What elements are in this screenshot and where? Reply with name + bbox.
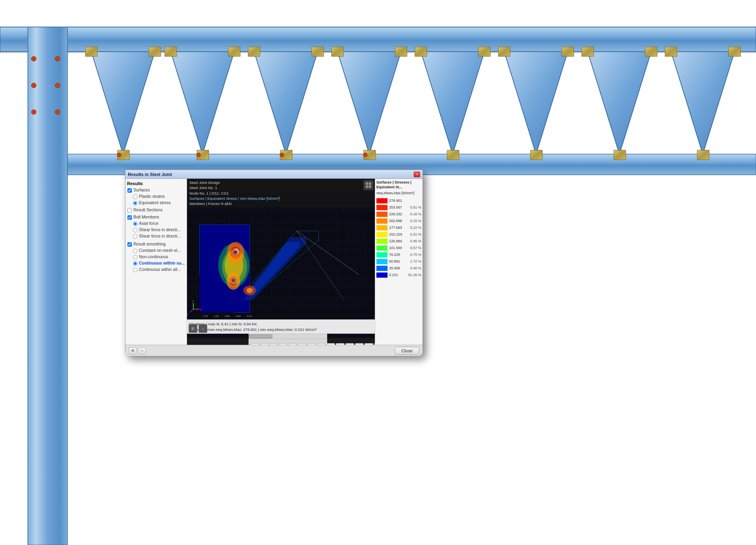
close-button[interactable]: Close [395,347,419,355]
surfaces-item[interactable]: Surfaces [127,187,185,193]
svg-point-43 [55,56,60,61]
vp-header-line5: Members | Forces N &kN [189,201,372,206]
continuous-within-su-radio[interactable] [133,261,137,266]
legend-row-3: 202.898 0.15 % [376,218,421,224]
svg-marker-7 [338,52,401,154]
result-smoothing-checkbox[interactable] [127,242,132,247]
svg-rect-26 [665,47,677,56]
status-line1: Members | max N: 6.41 | min N: 0.94 kN [189,321,372,327]
svg-point-36 [117,153,121,157]
svg-rect-2 [28,27,68,545]
surfaces-checkbox[interactable] [127,188,132,193]
bolt-members-item[interactable]: Bolt Members [127,215,185,220]
legend-row-7: 101.560 0.57 % [376,245,421,251]
svg-rect-35 [697,150,709,160]
bl-icon-1[interactable]: ⊞ [189,324,197,333]
plastic-strains-radio[interactable] [133,195,137,199]
svg-rect-114 [369,186,371,188]
legend-title: Surfaces | Stresses | Equivalent St... [376,180,421,189]
non-continuous-item[interactable]: Non-continuous [133,254,185,260]
equivalent-stress-label: Equivalent stress [139,200,171,206]
bolt-members-label: Bolt Members [133,215,159,220]
fem-canvas: X Y Z -1.74 -1.34 -0.94 -0.54 -0.14 [187,193,375,338]
status-line2: Surfaces | max σeq,Mises,Max: 278.901 | … [189,327,372,332]
shear-force2-radio[interactable] [133,234,137,239]
continuous-within-su-label: Continuous within su... [139,261,185,266]
svg-point-41 [31,83,36,88]
legend-pct-1: 0.01 % [406,205,421,209]
svg-rect-14 [165,47,177,56]
legend-subtitle: σeq,Mises,Max [N/mm²] [376,191,421,196]
svg-marker-11 [671,52,735,154]
svg-text:-1.34: -1.34 [214,315,219,317]
legend-row-6: 126.894 0.45 % [376,238,421,244]
bl-icon-2[interactable]: ⌂ [199,324,207,333]
shear-force1-label: Shear force in directi... [139,227,181,233]
results-title: Results [127,181,185,186]
svg-marker-8 [421,52,484,154]
plastic-strains-label: Plastic strains [139,194,165,199]
svg-rect-13 [149,47,161,56]
result-sections-checkbox[interactable] [127,208,132,213]
equivalent-stress-item[interactable]: Equivalent stress [133,200,185,206]
bottom-icon-1[interactable]: ⊞ [129,347,137,354]
continuous-within-all-item[interactable]: Continuous within all... [133,267,185,272]
legend-pct-8: 0.75 % [406,253,421,257]
legend-row-2: 228.232 0.16 % [376,211,421,217]
legend-color-10 [376,266,388,271]
svg-point-95 [233,250,237,254]
equivalent-stress-radio[interactable] [133,201,137,205]
svg-marker-6 [254,52,318,154]
scrollbar-thumb[interactable] [249,334,272,338]
result-sections-item[interactable]: Result Sections [127,207,185,213]
legend-color-9 [376,259,388,264]
bolt-members-children: Axial force Shear force in directi... Sh… [133,221,185,239]
svg-rect-23 [562,47,574,56]
legend-pct-10: 4.40 % [406,266,421,270]
viewport-grid-icon[interactable] [364,180,373,190]
legend-color-2 [376,212,388,217]
svg-rect-16 [248,47,260,56]
shear-force1-radio[interactable] [133,228,137,232]
legend-value-11: 0.221 [389,273,406,277]
svg-marker-4 [91,52,155,154]
scrollbar-horizontal[interactable] [249,334,327,338]
svg-rect-18 [332,47,343,56]
svg-rect-24 [582,47,594,56]
svg-rect-27 [729,47,741,56]
legend-value-9: 50.891 [389,259,406,263]
continuous-within-su-item[interactable]: Continuous within su... [133,261,185,266]
continuous-within-all-radio[interactable] [133,268,137,272]
dialog-close-button[interactable]: × [414,172,420,177]
non-continuous-radio[interactable] [133,255,137,259]
svg-text:Z: Z [187,313,189,315]
results-panel: Results Surfaces Plastic strains Equival… [125,179,187,356]
non-continuous-label: Non-continuous [139,254,168,260]
legend-row-8: 76.225 0.75 % [376,251,421,258]
legend-value-2: 228.232 [389,212,406,216]
legend-value-8: 76.225 [389,253,406,257]
legend-pct-3: 0.15 % [406,219,421,223]
axial-force-radio[interactable] [133,222,137,226]
vp-header-line3: Node No. 1 | DS1: CO1 [189,191,372,196]
legend-pct-9: 1.72 % [406,259,421,263]
legend-color-0 [376,198,388,203]
svg-rect-33 [530,150,542,160]
legend-value-6: 126.894 [389,239,406,243]
constant-on-mesh-item[interactable]: Constant on mesh el... [133,248,185,253]
svg-marker-9 [504,52,568,154]
bottom-icon-2[interactable]: ⌂ [138,347,146,354]
svg-rect-32 [447,150,459,160]
shear-force1-item[interactable]: Shear force in directi... [133,227,185,233]
bolt-members-checkbox[interactable] [127,215,132,220]
status-bar: Members | max N: 6.41 | min N: 0.94 kN S… [187,319,375,334]
legend-pct-7: 0.57 % [406,246,421,250]
svg-rect-21 [478,47,490,56]
constant-on-mesh-radio[interactable] [133,249,137,253]
result-smoothing-item[interactable]: Result smoothing [127,242,185,247]
svg-point-37 [197,153,201,157]
plastic-strains-item[interactable]: Plastic strains [133,194,185,199]
axial-force-item[interactable]: Axial force [133,221,185,226]
dialog-window: Results in Steel Joint × Results Surface… [125,170,423,356]
shear-force2-item[interactable]: Shear force in directi... [133,234,185,239]
